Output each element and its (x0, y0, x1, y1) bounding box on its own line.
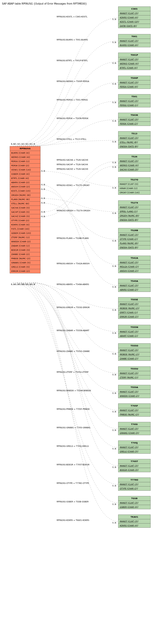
cardinality-src: 0..N (19, 143, 23, 145)
field-row: KOKRS [CHAR (4)] (118, 16, 150, 20)
cardinality-src: 0..N (11, 143, 15, 145)
entity-t705i: T705IMANDT [CLNT (3)]GRAWG [CHAR (3)] (118, 422, 151, 435)
entity-csks: CSKSMANDT [CLNT (3)]KOKRS [CHAR (4)]KOST… (118, 6, 151, 28)
field-row: DATBI [DATS (8)] (118, 24, 150, 28)
edge-label: RPFAUSG-GSBER = TGSB-GSBER (57, 500, 88, 503)
field-row: KOSTL [CHAR (10)] (118, 20, 150, 24)
field-row: PERSK [CHAR (2)] (10, 164, 40, 168)
field-row: PMBDE [NUMC (2)] (118, 412, 150, 416)
field-row: BUKRS [CHAR (4)] (10, 151, 40, 155)
edge-label: RPFAUSG-STELL = T513-STELL (57, 138, 86, 140)
edge-label: RPFAUSG-SACHP = T526-SACHX (57, 164, 88, 166)
field-row: WERKS [CHAR (4)] (10, 155, 40, 159)
entity-tgsb: TGSBMANDT [CLNT (3)]GSBER [CHAR (4)] (118, 496, 151, 509)
cardinality-src: 0..N (41, 170, 45, 172)
field-row: BTRTL [CHAR (4)] (10, 176, 40, 180)
field-row: PMBDE [NUMC (2)] (10, 256, 40, 261)
entity-header: T542A (118, 256, 150, 260)
cardinality-tgt: 0..N (112, 141, 116, 143)
field-row: ANSVH [CHAR (2)] (118, 269, 150, 273)
entity-t778o: T778OMANDT [CLNT (3)]OTYPE [CHAR (2)] (118, 478, 151, 491)
field-row: WERKS [CHAR (4)] (118, 62, 150, 66)
field-row: MANDT [CLNT (3)] (118, 427, 150, 431)
cardinality-tgt: 0..N (112, 162, 116, 164)
field-row: MANDT [CLNT (3)] (118, 233, 150, 237)
cardinality-src: 0..N (31, 283, 35, 286)
field-row: ORGKY [CHAR (14)] (118, 190, 150, 194)
field-row: GRELG [CHAR (3)] (10, 265, 40, 269)
field-row: ABKRS [CHAR (2)] (118, 288, 150, 292)
cardinality-src: 0..N (19, 283, 23, 286)
field-row: ANSVH [CHAR (2)] (10, 185, 40, 189)
edge-label: RPFAUSG-WERKS = T500P-PERSA (57, 80, 89, 82)
field-row: ENDDA [DATS (8)] (118, 246, 150, 250)
entity-t559a: T559AMANDT [CLNT (3)]WWEEK [CHAR (2)] (118, 385, 151, 398)
field-row: BDEGR [CHAR (3)] (118, 468, 150, 472)
field-row: GRELG [CHAR (3)] (118, 450, 150, 454)
entity-header: T559A (118, 385, 150, 390)
field-row: SACHP [CHAR (3)] (10, 210, 40, 214)
field-row: ZTERF [NUMC (1)] (10, 235, 40, 240)
field-row: ZANBE [CHAR (2)] (10, 252, 40, 256)
field-row: ZABAR [CHAR (1)] (10, 244, 40, 248)
cardinality-tgt: 0..N (112, 18, 116, 20)
cardinality-tgt: 0..N (112, 62, 116, 64)
entity-header: T528B (118, 228, 150, 233)
field-row: BTRTL [CHAR (4)] (118, 66, 150, 70)
field-row: KOKRS [CHAR (4)] (10, 223, 40, 227)
field-row: MANDT [CLNT (3)] (118, 330, 150, 334)
entity-header: TKA01 (118, 515, 150, 519)
entity-header: TGSB (118, 496, 150, 501)
entity-t705j: T705JMANDT [CLNT (3)]GRELG [CHAR (3)] (118, 440, 151, 454)
field-row: MANDT [CLNT (3)] (118, 80, 150, 84)
entity-header: T526 (118, 154, 150, 159)
field-row: MANDT [CLNT (3)] (118, 371, 150, 375)
cardinality-tgt: 0..N (112, 212, 116, 214)
cardinality-tgt: 0..N (112, 101, 116, 104)
entity-header: T705J (118, 441, 150, 445)
entity-header: T503K (118, 113, 150, 118)
cardinality-tgt: 0..N (112, 466, 116, 468)
entity-t555u: T555UMANDT [CLNT (3)]ZTERF [NUMC (1)] (118, 366, 151, 380)
entity-t555n: T555NMANDT [CLNT (3)]ABART [CHAR (1)] (118, 325, 151, 338)
edge-label: RPFAUSG-ZANBE = T555O-ZANBE (57, 350, 90, 352)
entity-header: T705T (118, 459, 150, 464)
edge-label: RPFAUSG-BTRTL = T001P-BTRTL (57, 60, 88, 62)
edge-label: RPFAUSG-ORGEH = T527X-ORGEH (57, 210, 90, 212)
edge-label: RPFAUSG-PERSG = T501-PERSG (57, 99, 88, 101)
entity-header: T001P (118, 53, 150, 57)
edge-label: RPFAUSG-WWEEK = T559A-WWEEK (57, 390, 91, 392)
entity-t513: T513MANDT [CLNT (3)]STELL [NUMC (8)]ENDD… (118, 131, 151, 148)
field-row: PLANS [NUMC (8)] (10, 197, 40, 202)
field-row: SACHX [CHAR (3)] (118, 168, 150, 172)
edge-label: RPFAUSG-GRAWG = T705I-GRAWG (57, 426, 90, 429)
cardinality-src: 0..N (27, 283, 31, 286)
edge-label: RPFAUSG-ZTERF = T555U-ZTERF (57, 371, 88, 373)
cardinality-src: 0..N (11, 283, 15, 286)
field-row: KOKRS [CHAR (4)] (118, 524, 150, 528)
cardinality-tgt: 0..N (112, 410, 116, 413)
entity-t555e: T555EMANDT [CLNT (3)]MOBDE [NUMC (2)]ERR… (118, 297, 151, 319)
cardinality-src: 0..N (31, 143, 35, 145)
field-row: WERKS [CHAR (4)] (118, 163, 150, 168)
field-row: MANDT [CLNT (3)] (118, 408, 150, 412)
edge-label: RPFAUSG-VDSK1 = T527O-ORGKY (57, 184, 90, 186)
field-row: MANDT [CLNT (3)] (118, 205, 150, 209)
cardinality-tgt: 0..N (112, 120, 116, 122)
field-row: MANDT [CLNT (3)] (118, 118, 150, 122)
cardinality-tgt: 0..N (112, 166, 116, 168)
field-row: PLANS [NUMC (8)] (118, 241, 150, 246)
cardinality-tgt: 0..N (112, 265, 116, 267)
cardinality-tgt: 0..N (112, 374, 116, 376)
entity-header: T001 (118, 34, 150, 39)
edge-label: RPFAUSG-PLANS = T528B-PLANS (57, 237, 89, 240)
edge-label: RPFAUSG-KOKRS = TKA01-KOKRS (57, 519, 89, 521)
cardinality-src: 0..N (41, 211, 45, 213)
field-row: MANDT [CLNT (3)] (118, 11, 150, 16)
field-row: BDEGR [CHAR (3)] (10, 248, 40, 252)
cardinality-src: 0..N (23, 143, 27, 145)
cardinality-src: 0..N (15, 283, 19, 286)
field-row: MANDT [CLNT (3)] (118, 159, 150, 163)
edge-label: RPFAUSG-ANSVH = T542A-ANSVH (57, 262, 89, 265)
field-row: GRAWG [CHAR (3)] (118, 431, 150, 435)
